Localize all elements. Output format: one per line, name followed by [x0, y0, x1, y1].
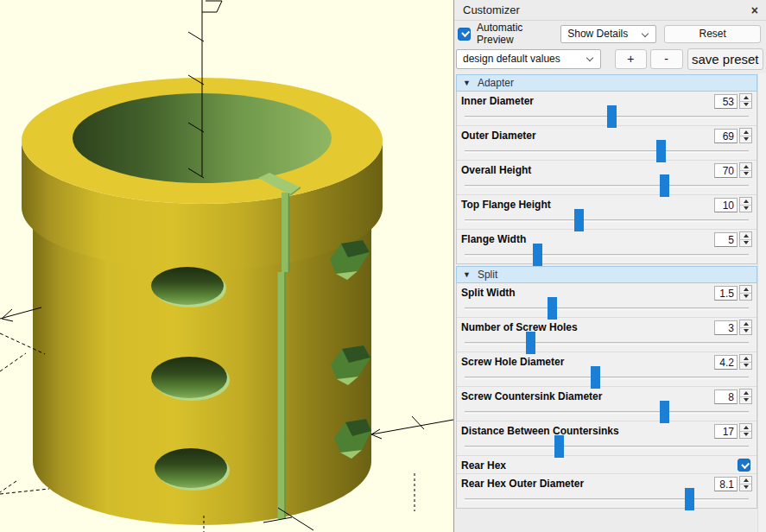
number-of-screw-holes-value-field[interactable]: 3 [714, 320, 738, 335]
spin-up-button[interactable] [740, 232, 751, 240]
slider-track[interactable] [465, 377, 749, 379]
param-label: Rear Hex [461, 459, 506, 472]
distance-between-countersinks-value-field[interactable]: 17 [714, 424, 738, 439]
slider-handle[interactable] [660, 401, 669, 423]
panel-titlebar: Customizer × [454, 0, 766, 21]
spin-down-button[interactable] [740, 328, 751, 335]
parameter-list: ▼AdapterInner Diameter53Outer Diameter69… [454, 73, 757, 532]
section-header-adapter[interactable]: ▼Adapter [456, 74, 757, 92]
spin-up-button[interactable] [740, 163, 751, 171]
flange-width-spinbox: 5 [714, 231, 752, 247]
param-label: Distance Between Countersinks [461, 425, 619, 437]
slider-handle[interactable] [591, 366, 600, 389]
param-row-inner-diameter: Inner Diameter53 [457, 92, 757, 126]
arrow-down-icon [744, 241, 749, 244]
spin-down-button[interactable] [740, 484, 751, 491]
remove-preset-button[interactable]: - [650, 49, 683, 69]
spin-up-button[interactable] [740, 129, 751, 136]
slider-handle[interactable] [685, 488, 694, 510]
section-params-split: Split Width1.5Number of Screw Holes3Scre… [456, 283, 757, 509]
slider-handle[interactable] [554, 435, 564, 458]
slider-handle[interactable] [574, 209, 584, 231]
slider-track[interactable] [465, 446, 749, 448]
spin-down-button[interactable] [740, 206, 751, 212]
param-label: Overall Height [461, 164, 531, 176]
spin-down-button[interactable] [740, 432, 751, 439]
slider-handle[interactable] [526, 332, 535, 354]
param-label: Inner Diameter [461, 95, 534, 107]
reset-button[interactable]: Reset [664, 25, 761, 43]
flange-width-value-field[interactable]: 5 [714, 232, 738, 247]
spin-down-button[interactable] [740, 102, 751, 109]
spin-down-button[interactable] [740, 294, 751, 301]
preset-dropdown[interactable]: design default values [456, 49, 601, 69]
param-label: Number of Screw Holes [461, 321, 578, 333]
slider-track[interactable] [465, 150, 749, 153]
slider-track[interactable] [465, 185, 749, 187]
spin-down-button[interactable] [740, 397, 751, 404]
rear-hex-outer-diameter-spinbox: 8.1 [714, 476, 752, 491]
arrow-up-icon [744, 200, 749, 203]
spin-up-button[interactable] [740, 424, 751, 432]
inner-diameter-value-field[interactable]: 53 [714, 94, 738, 109]
screw-hole-diameter-value-field[interactable]: 4.2 [714, 355, 738, 370]
slider-track[interactable] [465, 219, 749, 222]
slider-track[interactable] [465, 307, 749, 310]
spin-up-button[interactable] [740, 198, 751, 206]
toolbar-row-1: Automatic Preview Show Details Reset [458, 24, 761, 43]
show-details-dropdown[interactable]: Show Details [560, 25, 656, 43]
param-row-split-width: Split Width1.5 [457, 283, 757, 318]
slider-track[interactable] [465, 411, 749, 414]
overall-height-value-field[interactable]: 70 [714, 163, 738, 178]
outer-diameter-value-field[interactable]: 69 [714, 129, 738, 143]
spin-up-button[interactable] [740, 286, 751, 294]
section-header-split[interactable]: ▼Split [456, 266, 757, 283]
param-label-line: Number of Screw Holes3 [457, 318, 757, 335]
param-label: Screw Hole Diameter [461, 356, 564, 368]
add-preset-button[interactable]: + [615, 49, 647, 69]
3d-viewport[interactable] [0, 0, 453, 532]
top-flange-height-value-field[interactable]: 10 [714, 198, 738, 212]
param-row-rear-hex: Rear Hex [457, 456, 757, 474]
spin-up-button[interactable] [740, 355, 751, 363]
slider-handle[interactable] [533, 244, 542, 266]
save-preset-button[interactable]: save preset [687, 48, 763, 70]
split-width-value-field[interactable]: 1.5 [714, 286, 738, 301]
spin-buttons [739, 476, 752, 491]
spin-buttons [739, 162, 752, 178]
rear-hex-checkbox[interactable] [738, 459, 750, 472]
scrollbar-track[interactable] [757, 73, 766, 532]
screw-hole-diameter-slider [465, 370, 749, 386]
param-row-overall-height: Overall Height70 [457, 161, 757, 195]
automatic-preview-checkbox[interactable] [458, 28, 471, 41]
spin-down-button[interactable] [740, 363, 751, 370]
collapse-triangle-icon: ▼ [463, 271, 471, 279]
param-row-rear-hex-outer-diameter: Rear Hex Outer Diameter8.1 [457, 474, 757, 508]
arrow-up-icon [744, 234, 749, 238]
close-icon[interactable]: × [751, 4, 758, 16]
slider-track[interactable] [465, 342, 749, 345]
spin-up-button[interactable] [740, 94, 751, 102]
param-label: Outer Diameter [461, 130, 536, 142]
spin-down-button[interactable] [740, 240, 751, 247]
spin-up-button[interactable] [740, 390, 751, 397]
slider-handle[interactable] [660, 174, 669, 197]
toolbar-row-2: design default values + - save preset [456, 48, 763, 69]
spin-up-button[interactable] [740, 477, 751, 484]
arrow-up-icon [744, 288, 749, 291]
slider-track[interactable] [465, 254, 749, 256]
screw-countersink-diameter-value-field[interactable]: 8 [714, 390, 738, 404]
automatic-preview-label: Automatic Preview [477, 22, 560, 46]
slider-handle[interactable] [548, 297, 557, 320]
spin-down-button[interactable] [740, 136, 751, 143]
slider-track[interactable] [465, 498, 749, 501]
param-row-outer-diameter: Outer Diameter69 [457, 126, 757, 161]
spin-up-button[interactable] [740, 320, 751, 328]
slider-handle[interactable] [656, 140, 666, 162]
rear-hex-outer-diameter-slider [465, 491, 749, 508]
slider-handle[interactable] [607, 105, 617, 128]
param-label-line: Overall Height70 [457, 161, 757, 178]
top-flange-height-spinbox: 10 [714, 197, 752, 212]
rear-hex-outer-diameter-value-field[interactable]: 8.1 [714, 477, 738, 491]
spin-down-button[interactable] [740, 171, 751, 178]
